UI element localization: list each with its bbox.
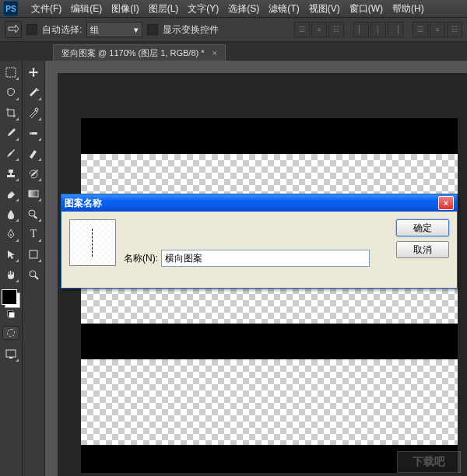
svg-rect-11 bbox=[30, 132, 32, 135]
svg-rect-15 bbox=[30, 250, 37, 258]
active-tool-indicator[interactable] bbox=[5, 21, 22, 38]
dialog-title: 图案名称 bbox=[65, 197, 102, 210]
menu-filter[interactable]: 滤镜(T) bbox=[264, 2, 304, 16]
dodge-tool-icon[interactable] bbox=[24, 205, 43, 223]
crop-tool-icon[interactable] bbox=[2, 103, 20, 122]
menu-file[interactable]: 文件(F) bbox=[26, 2, 66, 16]
pattern-name-dialog: 图案名称 × 名称(N): 确定 取消 bbox=[61, 194, 458, 289]
move-tool-icon bbox=[8, 24, 19, 35]
pattern-name-input[interactable] bbox=[161, 250, 370, 267]
type-tool-icon[interactable]: T bbox=[24, 225, 43, 243]
svg-point-4 bbox=[10, 234, 12, 236]
name-field-label: 名称(N): bbox=[124, 252, 158, 265]
watermark: 下载吧 bbox=[397, 451, 461, 473]
align-hcenter-icon[interactable]: │ bbox=[370, 22, 386, 37]
cancel-button[interactable]: 取消 bbox=[396, 241, 449, 258]
svg-rect-14 bbox=[33, 215, 37, 219]
document-canvas[interactable] bbox=[81, 118, 458, 473]
auto-select-dropdown[interactable]: 组 ▾ bbox=[86, 22, 142, 37]
eraser-tool-icon[interactable] bbox=[2, 184, 20, 203]
svg-rect-0 bbox=[6, 68, 16, 77]
pattern-preview bbox=[69, 219, 116, 266]
close-tab-icon[interactable]: × bbox=[212, 48, 217, 58]
align-right-icon[interactable]: ▕ bbox=[388, 22, 403, 37]
zoom-tool-icon[interactable] bbox=[24, 265, 43, 284]
app-logo: PS bbox=[3, 1, 19, 16]
ruler-corner bbox=[45, 61, 58, 74]
canvas-band-5 bbox=[81, 324, 458, 359]
show-transform-checkbox[interactable] bbox=[147, 24, 158, 35]
align-bottom-icon[interactable]: ☷ bbox=[328, 22, 344, 37]
canvas-band-6 bbox=[81, 359, 458, 445]
svg-rect-3 bbox=[10, 173, 12, 175]
menu-view[interactable]: 视图(V) bbox=[304, 2, 345, 16]
shape-tool-icon[interactable] bbox=[24, 245, 43, 264]
slice-tool-icon[interactable] bbox=[24, 103, 43, 122]
dialog-close-button[interactable]: × bbox=[438, 196, 454, 210]
menu-help[interactable]: 帮助(H) bbox=[388, 2, 429, 16]
menu-bar: PS 文件(F) 编辑(E) 图像(I) 图层(L) 文字(Y) 选择(S) 滤… bbox=[0, 0, 467, 17]
toolbox-left bbox=[0, 61, 23, 476]
auto-select-checkbox[interactable] bbox=[26, 24, 37, 35]
dialog-titlebar[interactable]: 图案名称 × bbox=[61, 194, 457, 212]
menu-layer[interactable]: 图层(L) bbox=[144, 2, 184, 16]
auto-select-label: 自动选择: bbox=[42, 23, 82, 37]
marquee-tool-icon[interactable] bbox=[2, 63, 20, 82]
history-brush-tool-icon[interactable] bbox=[24, 164, 43, 183]
pencil-tool-icon[interactable] bbox=[24, 144, 43, 163]
alignment-buttons: ☲ ≡ ☷ ▏ │ ▕ ☲ ≡ ☷ bbox=[294, 22, 462, 37]
hand-tool-icon[interactable] bbox=[2, 265, 20, 284]
menu-image[interactable]: 图像(I) bbox=[107, 2, 143, 16]
brush-tool-icon[interactable] bbox=[2, 144, 20, 163]
healing-brush-tool-icon[interactable] bbox=[24, 124, 43, 142]
svg-point-7 bbox=[36, 88, 37, 89]
color-swatch[interactable] bbox=[2, 289, 20, 308]
menu-window[interactable]: 窗口(W) bbox=[345, 2, 388, 16]
menu-type[interactable]: 文字(Y) bbox=[183, 2, 223, 16]
distribute-vcenter-icon[interactable]: ≡ bbox=[430, 22, 445, 37]
ruler-horizontal[interactable] bbox=[58, 61, 467, 74]
default-colors-icon[interactable] bbox=[7, 310, 15, 318]
document-tab[interactable]: 竖向图案 @ 1170% (图层 1, RGB/8) * × bbox=[53, 44, 226, 61]
svg-rect-6 bbox=[9, 357, 12, 359]
foreground-color[interactable] bbox=[2, 289, 17, 305]
svg-point-13 bbox=[29, 210, 35, 216]
eyedropper-tool-icon[interactable] bbox=[2, 124, 20, 142]
stamp-tool-icon[interactable] bbox=[2, 164, 20, 183]
lasso-tool-icon[interactable] bbox=[2, 83, 20, 102]
align-vcenter-icon[interactable]: ≡ bbox=[311, 22, 327, 37]
gradient-tool-icon[interactable] bbox=[24, 184, 43, 203]
canvas-band-1 bbox=[81, 118, 458, 154]
svg-point-8 bbox=[37, 89, 39, 91]
magic-wand-tool-icon[interactable] bbox=[24, 83, 43, 102]
menu-edit[interactable]: 编辑(E) bbox=[66, 2, 107, 16]
svg-line-17 bbox=[35, 276, 38, 279]
move-tool-icon[interactable] bbox=[24, 63, 43, 82]
menu-select[interactable]: 选择(S) bbox=[223, 2, 264, 16]
ok-button[interactable]: 确定 bbox=[396, 219, 449, 236]
quick-mask-icon[interactable] bbox=[2, 326, 19, 340]
document-tab-bar: 竖向图案 @ 1170% (图层 1, RGB/8) * × bbox=[0, 42, 467, 61]
svg-rect-1 bbox=[9, 170, 13, 173]
align-left-icon[interactable]: ▏ bbox=[353, 22, 369, 37]
ruler-vertical[interactable] bbox=[45, 73, 58, 476]
svg-point-16 bbox=[30, 271, 36, 277]
document-tab-title: 竖向图案 @ 1170% (图层 1, RGB/8) * bbox=[61, 47, 205, 59]
auto-select-value: 组 bbox=[90, 24, 99, 36]
distribute-top-icon[interactable]: ☲ bbox=[413, 22, 428, 37]
pen-tool-icon[interactable] bbox=[2, 225, 20, 243]
blur-tool-icon[interactable] bbox=[2, 205, 20, 223]
svg-rect-2 bbox=[7, 175, 15, 177]
align-top-icon[interactable]: ☲ bbox=[294, 22, 310, 37]
path-select-tool-icon[interactable] bbox=[2, 245, 20, 264]
svg-rect-5 bbox=[6, 350, 16, 357]
distribute-bottom-icon[interactable]: ☷ bbox=[447, 22, 462, 37]
chevron-down-icon: ▾ bbox=[134, 25, 139, 35]
screen-mode-icon[interactable] bbox=[2, 345, 20, 363]
svg-rect-12 bbox=[29, 191, 38, 197]
show-transform-label: 显示变换控件 bbox=[163, 23, 219, 37]
options-bar: 自动选择: 组 ▾ 显示变换控件 ☲ ≡ ☷ ▏ │ ▕ ☲ ≡ ☷ bbox=[0, 17, 467, 42]
toolbox-right: T bbox=[23, 61, 45, 476]
